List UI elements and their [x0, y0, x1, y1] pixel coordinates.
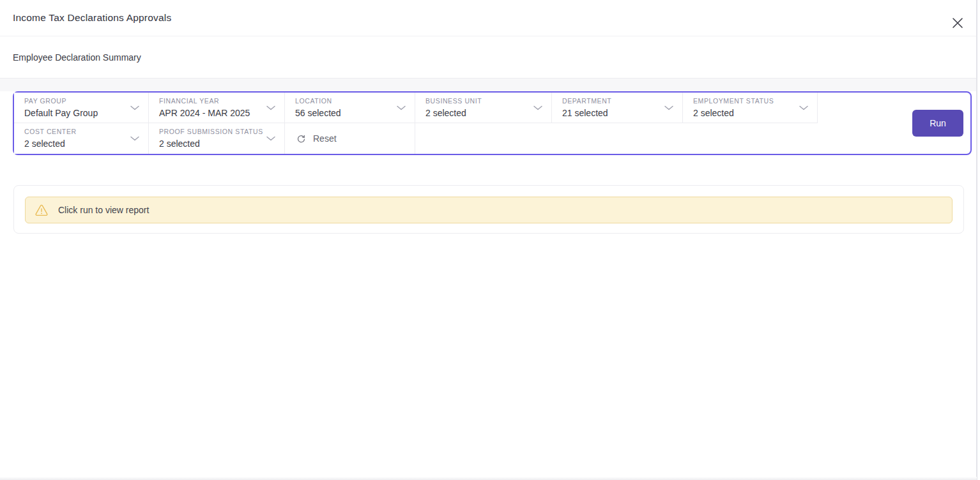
filter-employment-status[interactable]: EMPLOYMENT STATUS 2 selected: [683, 93, 818, 123]
header-shadow-band: [0, 79, 977, 91]
chevron-down-icon: [266, 105, 275, 110]
filter-value: 2 selected: [693, 108, 798, 118]
filter-value: APR 2024 - MAR 2025: [159, 108, 265, 118]
filter-value: Default Pay Group: [24, 108, 129, 118]
filter-label: PROOF SUBMISSION STATUS: [159, 128, 265, 135]
chevron-down-icon: [130, 105, 139, 110]
window-bottom-edge: [0, 477, 977, 480]
filter-cost-center[interactable]: COST CENTER 2 selected: [14, 123, 149, 154]
filter-value: 56 selected: [295, 108, 395, 118]
filter-row-2: COST CENTER 2 selected PROOF SUBMISSION …: [14, 123, 970, 154]
filter-value: 21 selected: [562, 108, 663, 118]
run-button[interactable]: Run: [912, 110, 963, 137]
filter-financial-year[interactable]: FINANCIAL YEAR APR 2024 - MAR 2025: [149, 93, 285, 123]
close-icon: [952, 17, 963, 29]
warning-triangle-icon: [35, 204, 48, 216]
filter-label: PAY GROUP: [24, 97, 129, 105]
filter-location[interactable]: LOCATION 56 selected: [285, 93, 415, 123]
income-tax-declarations-modal: Income Tax Declarations Approvals Employ…: [0, 0, 980, 480]
reset-label: Reset: [313, 133, 337, 144]
filter-department[interactable]: DEPARTMENT 21 selected: [552, 93, 683, 123]
warning-banner: Click run to view report: [25, 197, 953, 223]
filter-row-1: PAY GROUP Default Pay Group FINANCIAL YE…: [14, 93, 970, 123]
report-subheader: Employee Declaration Summary: [0, 36, 977, 79]
refresh-icon: [296, 134, 306, 144]
filter-value: 2 selected: [24, 139, 129, 149]
filter-label: FINANCIAL YEAR: [159, 97, 265, 105]
report-card: Click run to view report: [13, 185, 964, 234]
chevron-down-icon: [533, 105, 542, 110]
filter-label: DEPARTMENT: [562, 97, 663, 105]
modal-titlebar: Income Tax Declarations Approvals: [0, 0, 977, 36]
filter-label: BUSINESS UNIT: [425, 97, 532, 105]
filter-value: 2 selected: [159, 139, 265, 149]
filter-bar: PAY GROUP Default Pay Group FINANCIAL YE…: [13, 91, 972, 155]
filter-value: 2 selected: [425, 108, 532, 118]
filter-label: COST CENTER: [24, 128, 129, 135]
report-subtitle: Employee Declaration Summary: [13, 52, 141, 63]
chevron-down-icon: [664, 105, 673, 110]
close-button[interactable]: [950, 15, 965, 31]
chevron-down-icon: [266, 136, 275, 141]
reset-button[interactable]: Reset: [285, 123, 415, 154]
filter-pay-group[interactable]: PAY GROUP Default Pay Group: [14, 93, 149, 123]
chevron-down-icon: [799, 105, 808, 110]
filter-proof-submission-status[interactable]: PROOF SUBMISSION STATUS 2 selected: [149, 123, 285, 154]
page-title: Income Tax Declarations Approvals: [13, 12, 171, 24]
chevron-down-icon: [130, 136, 139, 141]
window-right-edge: [976, 0, 977, 480]
filter-label: EMPLOYMENT STATUS: [693, 97, 798, 105]
warning-message: Click run to view report: [58, 205, 149, 215]
filter-business-unit[interactable]: BUSINESS UNIT 2 selected: [415, 93, 552, 123]
chevron-down-icon: [397, 105, 406, 110]
filter-label: LOCATION: [295, 97, 395, 105]
